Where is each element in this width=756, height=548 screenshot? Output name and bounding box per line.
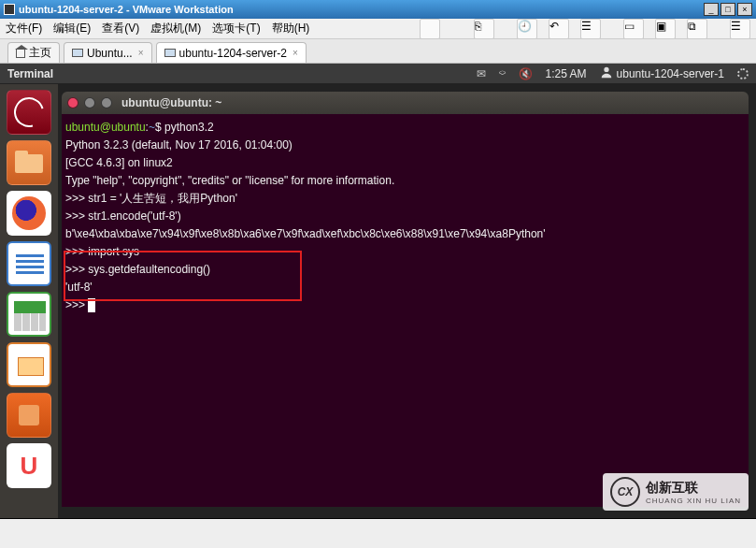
tab-ubuntu-1204-server-2[interactable]: ubuntu-1204-server-2 × — [156, 42, 307, 63]
terminal-body[interactable]: ubuntu@ubuntu:~$ python3.2 Python 3.2.3 … — [62, 114, 749, 507]
menu-vm[interactable]: 虚拟机(M) — [150, 21, 201, 36]
vmware-title: ubuntu-1204-server-2 - VMware Workstatio… — [19, 4, 704, 15]
py-prompt: >>> — [65, 192, 88, 205]
library-button[interactable]: ☰ — [730, 19, 750, 39]
tab-active-label: ubuntu-1204-server-2 — [179, 47, 287, 60]
vmware-tabs: 主页 Ubuntu... × ubuntu-1204-server-2 × — [0, 39, 756, 64]
watermark-icon: CX — [610, 477, 640, 507]
py-prompt: >>> — [65, 209, 88, 223]
wifi-icon[interactable]: ⌔ — [499, 67, 506, 80]
python-banner-2: [GCC 4.6.3] on linux2 — [65, 156, 173, 169]
clock[interactable]: 1:25 AM — [546, 67, 587, 80]
snapshot-take-button[interactable]: 🕘 — [517, 19, 537, 39]
terminal-close-button[interactable] — [67, 97, 78, 108]
watermark: CX 创新互联 CHUANG XIN HU LIAN — [603, 473, 749, 511]
firefox-launcher[interactable] — [7, 191, 51, 236]
py-line-2: str1.encode('utf-8') — [88, 209, 180, 223]
menu-tabs[interactable]: 选项卡(T) — [212, 21, 260, 36]
libreoffice-impress-launcher[interactable] — [7, 342, 51, 387]
watermark-line2: CHUANG XIN HU LIAN — [646, 497, 741, 505]
libreoffice-calc-launcher[interactable] — [7, 292, 51, 337]
highlight-box — [64, 251, 302, 301]
mail-icon[interactable]: ✉ — [477, 67, 486, 80]
ubuntu-top-panel: Terminal ✉ ⌔ 🔇 1:25 AM ubuntu-1204-serve… — [0, 64, 756, 84]
send-ctrl-alt-del-button[interactable]: ⎘ — [474, 19, 494, 39]
py-output-2: b'\xe4\xba\xba\xe7\x94\x9f\xe8\x8b\xa6\x… — [65, 227, 546, 240]
unity-launcher — [0, 84, 58, 518]
tab-ubuntu[interactable]: Ubuntu... × — [64, 42, 152, 63]
files-launcher[interactable] — [7, 140, 51, 185]
fullscreen-button[interactable]: ▭ — [623, 19, 644, 39]
terminal-maximize-button[interactable] — [101, 97, 112, 108]
firefox-icon — [12, 196, 46, 230]
terminal-window: ubuntu@ubuntu: ~ ubuntu@ubuntu:~$ python… — [58, 84, 756, 518]
vmware-menubar: 文件(F) 编辑(E) 查看(V) 虚拟机(M) 选项卡(T) 帮助(H) ⎘ … — [0, 19, 756, 39]
tab-home[interactable]: 主页 — [7, 42, 60, 63]
watermark-line1: 创新互联 — [646, 480, 741, 497]
monitor-icon — [72, 49, 83, 57]
tab-home-label: 主页 — [29, 45, 51, 61]
monitor-icon — [164, 49, 176, 57]
home-icon — [16, 49, 25, 58]
dash-button[interactable] — [7, 90, 51, 135]
tab-ubuntu-close[interactable]: × — [138, 48, 144, 58]
tab-ubuntu-label: Ubuntu... — [87, 47, 133, 60]
maximize-button[interactable]: □ — [720, 3, 735, 16]
active-app-name: Terminal — [7, 67, 464, 80]
terminal-title: ubuntu@ubuntu: ~ — [121, 96, 221, 109]
menu-view[interactable]: 查看(V) — [102, 21, 139, 36]
gear-icon[interactable] — [737, 68, 749, 79]
python-banner-3: Type "help", "copyright", "credits" or "… — [65, 174, 394, 187]
prompt-user: ubuntu@ubuntu — [65, 121, 146, 134]
ubuntu-desktop: ubuntu@ubuntu: ~ ubuntu@ubuntu:~$ python… — [0, 84, 756, 519]
terminal-minimize-button[interactable] — [84, 97, 95, 108]
ubuntu-one-launcher[interactable] — [7, 443, 51, 488]
prompt-path: ~ — [149, 121, 155, 134]
py-line-1: str1 = '人生苦短，我用Python' — [88, 192, 237, 205]
pause-vm-button[interactable] — [420, 19, 440, 39]
menu-edit[interactable]: 编辑(E) — [53, 21, 91, 36]
python-banner-1: Python 3.2.3 (default, Nov 17 2016, 01:0… — [65, 138, 292, 151]
snapshot-manage-button[interactable]: ☰ — [580, 19, 601, 39]
libreoffice-writer-launcher[interactable] — [7, 241, 51, 286]
vmware-icon — [4, 4, 15, 15]
snapshot-revert-button[interactable]: ↶ — [549, 19, 569, 39]
menu-help[interactable]: 帮助(H) — [272, 21, 310, 36]
software-center-launcher[interactable] — [7, 393, 51, 438]
person-icon — [600, 65, 613, 81]
user-name: ubuntu-1204-server-1 — [617, 67, 724, 80]
thumbnail-button[interactable]: ⧉ — [687, 19, 707, 39]
user-menu[interactable]: ubuntu-1204-server-1 — [600, 65, 724, 81]
menu-file[interactable]: 文件(F) — [6, 21, 42, 36]
shell-command: python3.2 — [164, 121, 214, 134]
ubuntu-swirl-icon — [8, 92, 50, 133]
close-button[interactable]: × — [737, 3, 752, 16]
minimize-button[interactable]: _ — [704, 3, 719, 16]
vmware-titlebar: ubuntu-1204-server-2 - VMware Workstatio… — [0, 0, 756, 19]
tab-active-close[interactable]: × — [292, 48, 298, 58]
terminal-titlebar[interactable]: ubuntu@ubuntu: ~ — [62, 92, 749, 114]
volume-icon[interactable]: 🔇 — [519, 67, 533, 80]
svg-point-0 — [604, 67, 608, 72]
unity-button[interactable]: ▣ — [655, 19, 676, 39]
